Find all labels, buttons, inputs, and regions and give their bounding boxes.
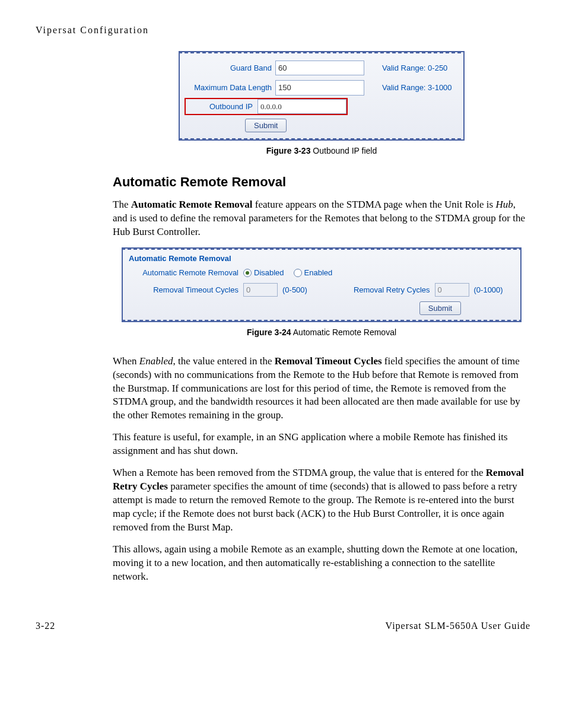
paragraph-4: When a Remote has been removed from the …	[113, 466, 530, 535]
timeout-range: (0-500)	[282, 285, 307, 295]
radio-enabled-dot	[294, 269, 302, 277]
arr-radio-row: Automatic Remote Removal Disabled Enable…	[123, 266, 520, 280]
arr-radio-label: Automatic Remote Removal	[129, 268, 243, 278]
radio-disabled-dot	[243, 269, 252, 277]
outbound-ip-highlight: Outbound IP 0.0.0.0	[185, 98, 348, 116]
arr-panel-title: Automatic Remote Removal	[123, 253, 520, 266]
figure-24-title: Automatic Remote Removal	[291, 328, 396, 337]
retry-label: Removal Retry Cycles	[354, 285, 430, 295]
torn-edge-bottom	[122, 320, 522, 322]
torn-edge-top	[122, 247, 522, 250]
outbound-ip-label: Outbound IP	[186, 99, 257, 115]
radio-disabled[interactable]: Disabled	[243, 268, 284, 278]
timeout-input[interactable]: 0	[243, 283, 278, 297]
outbound-ip-row: Outbound IP 0.0.0.0	[185, 98, 459, 116]
max-data-length-input[interactable]: 150	[275, 80, 364, 96]
paragraph-3: This feature is useful, for example, in …	[113, 431, 530, 458]
figure-23-box: Guard Band 60 Valid Range: 0-250 Maximum…	[179, 51, 465, 141]
guard-band-hint: Valid Range: 0-250	[364, 63, 447, 74]
figure-24-number: Figure 3-24	[247, 328, 291, 337]
torn-edge-top	[179, 51, 465, 53]
retry-range: (0-1000)	[474, 285, 503, 295]
torn-edge-bottom	[179, 138, 465, 141]
arr-submit-row: Submit	[360, 300, 520, 314]
max-data-length-row: Maximum Data Length 150 Valid Range: 3-1…	[180, 78, 463, 98]
submit-row: Submit	[180, 115, 463, 132]
guard-band-input[interactable]: 60	[275, 61, 364, 76]
guard-band-row: Guard Band 60 Valid Range: 0-250	[180, 58, 463, 78]
paragraph-2: When Enabled, the value entered in the R…	[113, 355, 530, 423]
paragraph-1: The Automatic Remote Removal feature app…	[113, 198, 530, 239]
figure-23-number: Figure 3-23	[266, 146, 311, 155]
arr-submit-button[interactable]: Submit	[419, 301, 461, 315]
footer-document-title: Vipersat SLM-5650A User Guide	[386, 619, 530, 632]
page-footer: 3-22 Vipersat SLM-5650A User Guide	[36, 619, 530, 632]
radio-disabled-label: Disabled	[254, 268, 284, 278]
figure-24-caption: Figure 3-24 Automatic Remote Removal	[113, 327, 530, 338]
max-data-length-hint: Valid Range: 3-1000	[364, 82, 452, 93]
figure-23-caption: Figure 3-23 Outbound IP field	[113, 145, 530, 157]
timeout-label: Removal Timeout Cycles	[129, 285, 239, 295]
radio-enabled-label: Enabled	[304, 268, 333, 278]
submit-button[interactable]: Submit	[245, 119, 287, 132]
figure-23-title: Outbound IP field	[310, 146, 377, 155]
arr-fields-row: Removal Timeout Cycles 0 (0-500) Removal…	[123, 280, 520, 300]
page-header: Vipersat Configuration	[36, 24, 530, 37]
arr-radio-group: Disabled Enabled	[243, 268, 332, 278]
max-data-length-label: Maximum Data Length	[186, 82, 275, 93]
footer-page-number: 3-22	[36, 619, 55, 632]
retry-input[interactable]: 0	[435, 283, 469, 297]
outbound-ip-input[interactable]: 0.0.0.0	[257, 99, 346, 115]
figure-24-box: Automatic Remote Removal Automatic Remot…	[122, 247, 522, 322]
guard-band-label: Guard Band	[186, 63, 275, 74]
paragraph-5: This allows, again using a mobile Remote…	[113, 543, 530, 584]
radio-enabled[interactable]: Enabled	[294, 268, 333, 278]
section-heading: Automatic Remote Removal	[113, 173, 530, 191]
